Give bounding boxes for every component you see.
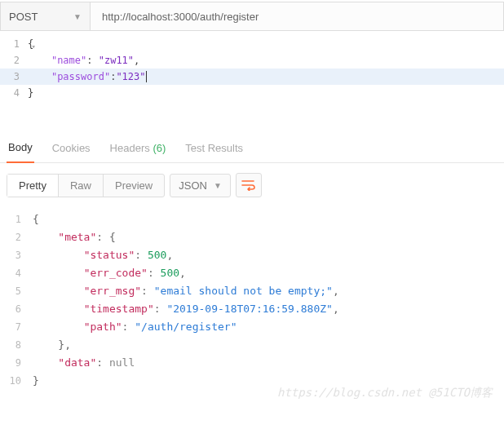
tab-test-results[interactable]: Test Results (183, 142, 245, 162)
code-content: "name": "zw11", (28, 52, 139, 69)
wrap-icon (241, 179, 256, 191)
response-line: 4 "err_code": 500, (0, 264, 504, 282)
tab-headers[interactable]: Headers (6) (108, 142, 168, 162)
code-content: "password":"123" (28, 69, 147, 85)
code-content: "err_code": 500, (33, 264, 186, 282)
line-number: 4 (0, 85, 28, 101)
chevron-down-icon: ▼ (73, 12, 82, 21)
code-content: "timestamp": "2019-09-18T07:16:59.880Z", (33, 300, 339, 318)
line-number: 3 (0, 69, 28, 85)
editor-line: 3 "password":"123" (0, 69, 504, 85)
url-input[interactable]: http://localhost:3000/auth/register (91, 2, 503, 30)
line-number: 2 (0, 52, 28, 69)
wrap-lines-button[interactable] (236, 173, 262, 197)
view-pretty[interactable]: Pretty (7, 175, 59, 197)
view-raw[interactable]: Raw (59, 175, 104, 197)
view-mode-group: Pretty Raw Preview (7, 174, 165, 197)
code-content: "status": 500, (33, 246, 173, 264)
response-line: 9 "data": null (0, 354, 504, 372)
code-content: } (33, 372, 39, 390)
code-content: { (33, 210, 39, 228)
headers-count: (6) (153, 142, 166, 154)
line-number: 5 (0, 282, 33, 300)
request-body-editor[interactable]: 1▾{2 "name": "zw11",3 "password":"123"4} (0, 31, 504, 134)
format-value: JSON (179, 179, 207, 192)
response-body-viewer[interactable]: 1{2 "meta": {3 "status": 500,4 "err_code… (0, 207, 504, 406)
line-number: 10 (0, 372, 33, 390)
chevron-down-icon: ▼ (214, 181, 222, 190)
tab-headers-label: Headers (110, 142, 150, 154)
line-number: 1 (0, 210, 33, 228)
line-number: 3 (0, 246, 33, 264)
response-line: 6 "timestamp": "2019-09-18T07:16:59.880Z… (0, 300, 504, 318)
fold-icon[interactable]: ▾ (32, 38, 36, 55)
line-number: 9 (0, 354, 33, 372)
tab-cookies[interactable]: Cookies (51, 142, 92, 162)
code-content: "meta": { (33, 228, 116, 246)
view-preview[interactable]: Preview (104, 175, 164, 197)
response-line: 3 "status": 500, (0, 246, 504, 264)
http-method-select[interactable]: POST ▼ (1, 2, 91, 30)
format-select[interactable]: JSON ▼ (170, 174, 231, 197)
line-number: 8 (0, 336, 33, 354)
code-content: } (28, 85, 33, 101)
editor-line: 4} (0, 85, 504, 101)
editor-line: 1▾{ (0, 36, 504, 52)
request-bar: POST ▼ http://localhost:3000/auth/regist… (0, 2, 504, 31)
response-line: 2 "meta": { (0, 228, 504, 246)
response-line: 7 "path": "/auth/register" (0, 318, 504, 336)
response-line: 10} (0, 372, 504, 390)
response-tabs: Body Cookies Headers (6) Test Results (0, 134, 504, 163)
code-content: }, (33, 336, 71, 354)
response-view-bar: Pretty Raw Preview JSON ▼ (0, 163, 504, 207)
code-content: "data": null (33, 354, 135, 372)
line-number: 7 (0, 318, 33, 336)
line-number: 1▾ (0, 36, 28, 52)
response-line: 1{ (0, 210, 504, 228)
editor-line: 2 "name": "zw11", (0, 52, 504, 69)
response-line: 8 }, (0, 336, 504, 354)
line-number: 6 (0, 300, 33, 318)
http-method-value: POST (9, 11, 38, 23)
line-number: 2 (0, 228, 33, 246)
tab-body[interactable]: Body (7, 141, 34, 163)
response-line: 5 "err_msg": "email should not be empty;… (0, 282, 504, 300)
code-content: "path": "/auth/register" (33, 318, 237, 336)
url-value: http://localhost:3000/auth/register (102, 11, 259, 23)
line-number: 4 (0, 264, 33, 282)
code-content: "err_msg": "email should not be empty;", (33, 282, 339, 300)
